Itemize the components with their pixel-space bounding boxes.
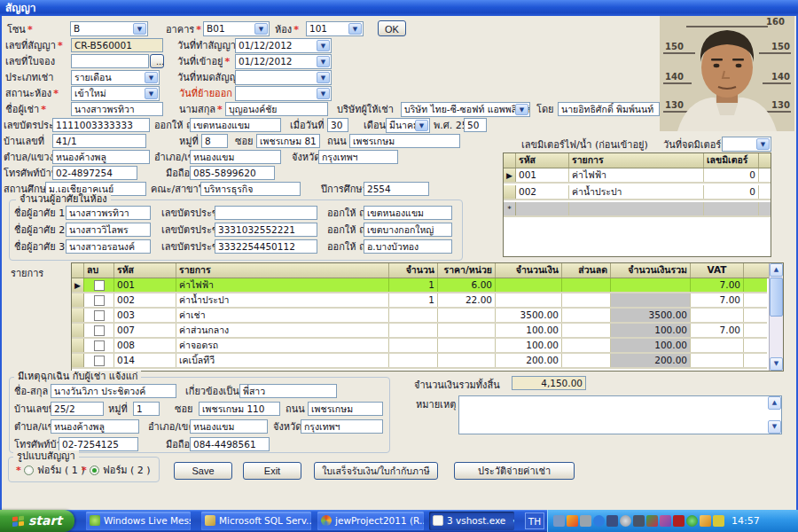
window-titlebar[interactable]: สัญญา (0, 0, 798, 16)
district-field[interactable]: หนองแขม (190, 150, 281, 164)
network-icon[interactable] (593, 515, 605, 527)
emergency-moo-field[interactable]: 1 (133, 402, 160, 416)
issued-at-field[interactable]: เขตหนองแขม (190, 118, 281, 132)
chevron-down-icon[interactable]: ▼ (415, 120, 428, 131)
academic-year-field[interactable]: 2554 (364, 182, 429, 196)
mobile-field[interactable]: 085-5899620 (190, 166, 275, 180)
issued-day-field[interactable]: 30 (327, 118, 348, 132)
printer-icon[interactable] (660, 515, 671, 527)
room-status-select[interactable]: เข้าใหม่▼ (71, 86, 160, 101)
faculty-field[interactable]: บริหารธุรกิจ (200, 182, 301, 196)
room-select[interactable]: 101▼ (306, 21, 364, 36)
scroll-down-icon[interactable]: ▼ (770, 357, 783, 371)
form1-radio[interactable] (24, 466, 34, 475)
delete-checkbox[interactable] (94, 295, 105, 306)
emergency-subdistrict-field[interactable]: หนองค้างพลู (51, 419, 139, 434)
chevron-down-icon[interactable]: ▼ (145, 72, 158, 83)
chevron-down-icon[interactable]: ▼ (348, 23, 362, 35)
remark-textarea[interactable] (458, 395, 782, 434)
chevron-down-icon[interactable]: ▼ (145, 88, 158, 99)
rent-history-button[interactable]: ประวัติจ่ายค่าเช่า (454, 462, 575, 480)
expire-date-picker[interactable]: ▼ (235, 70, 332, 85)
language-indicator[interactable]: TH (525, 512, 544, 529)
emergency-road-field[interactable]: เพชรเกษม (308, 402, 383, 416)
zone-select[interactable]: B▼ (70, 21, 148, 36)
lan-status-icon[interactable] (686, 515, 698, 527)
lessor-select[interactable]: บริษัท ไทย-ซี-ซอฟท์ แอพพลิเคชัน จำ▼ (401, 102, 530, 117)
lessor-by-field[interactable]: นายอิทธิศักดิ์ พิมพ์นนท์ (558, 102, 660, 116)
ok-button[interactable]: OK (378, 20, 406, 36)
occupant2-name-field[interactable]: นางสาววิไลพร (66, 223, 151, 237)
scrollbar-thumb[interactable] (770, 278, 783, 317)
delete-checkbox[interactable] (94, 310, 105, 321)
emergency-mobile-field[interactable]: 084-4498561 (190, 437, 270, 451)
update-folder-icon[interactable] (700, 515, 711, 527)
charge-row[interactable]: 008 ค่าจอดรถ 100.00 100.00 (72, 339, 767, 354)
emergency-soi-field[interactable]: เพชรเกษม 110 (199, 402, 280, 416)
emergency-phone-field[interactable]: 02-7254125 (59, 437, 138, 451)
idcard-field[interactable]: 1111003333333 (52, 118, 150, 132)
home-phone-field[interactable]: 02-4897254 (52, 166, 137, 180)
charge-row[interactable]: 014 เคเบิ้ลทีวี 200.00 200.00 (72, 354, 767, 369)
task-windows-live-messenger[interactable]: Windows Live Mess... (86, 512, 191, 530)
receipt-button[interactable]: ใบเสร็จรับเงิน/ใบกำกับภาษี (314, 462, 438, 480)
messenger-tray-icon[interactable] (553, 515, 565, 527)
save-button[interactable]: Save (174, 462, 232, 480)
chevron-down-icon[interactable]: ▼ (317, 40, 330, 51)
emergency-house-no-field[interactable]: 25/2 (51, 402, 104, 416)
occupant3-id-field[interactable]: 3332254450112 (215, 239, 317, 254)
charge-row[interactable]: 002 ค่าน้ำประปา 1 22.00 7.00 (72, 293, 767, 309)
occupant1-name-field[interactable]: นางสาวพรทิวา (66, 206, 151, 220)
delete-checkbox[interactable] (94, 340, 105, 351)
delete-checkbox[interactable] (94, 356, 105, 366)
moveout-date-picker[interactable]: ▼ (235, 86, 332, 101)
volume-mixer-icon[interactable] (620, 515, 631, 527)
occupant3-issued-field[interactable]: อ.บางบัวทอง (364, 239, 452, 254)
chevron-down-icon[interactable]: ▼ (133, 23, 146, 35)
remark-scroll-up-icon[interactable]: ▲ (768, 396, 781, 410)
booking-no-field[interactable] (71, 54, 149, 68)
alert-icon[interactable] (567, 515, 578, 527)
meter-date-picker[interactable]: ▼ (722, 137, 771, 152)
building-select[interactable]: B01▼ (203, 21, 270, 36)
charge-row[interactable]: 003 ค่าเช่า 3500.00 3500.00 (72, 309, 767, 324)
emergency-name-field[interactable]: นางวันวิภา ประชิตวงค์ (51, 384, 176, 398)
occupant2-issued-field[interactable]: เขตบางกอกใหญ่ (364, 223, 452, 237)
subdistrict-field[interactable]: หนองค้างพลู (52, 150, 150, 164)
rent-type-select[interactable]: รายเดือน▼ (71, 70, 160, 85)
speaker-icon[interactable] (673, 515, 685, 527)
antivirus-icon[interactable] (646, 515, 658, 527)
tools-icon[interactable] (713, 515, 724, 527)
movein-date-picker[interactable]: 01/12/2012▼ (235, 54, 332, 69)
chevron-down-icon[interactable]: ▼ (317, 72, 330, 83)
province-field[interactable]: กรุงเทพฯ (318, 150, 398, 164)
offline-user-icon[interactable] (580, 515, 591, 527)
booking-browse-button[interactable]: ... (150, 54, 164, 68)
chevron-down-icon[interactable]: ▼ (756, 138, 770, 150)
charge-row[interactable]: ▶ 001 ค่าไฟฟ้า 1 6.00 7.00 (72, 278, 767, 293)
scroll-up-icon[interactable]: ▲ (770, 263, 783, 277)
form2-radio[interactable] (90, 466, 99, 475)
start-button[interactable]: start (0, 510, 74, 532)
issued-month-select[interactable]: มีนาคม▼ (386, 118, 430, 133)
chevron-down-icon[interactable]: ▼ (254, 23, 268, 35)
contract-no-field[interactable]: CR-B560001 (71, 38, 163, 52)
tenant-lastname-field[interactable]: บุญอนงค์ชัย (225, 102, 328, 116)
occupant1-id-field[interactable] (215, 206, 317, 220)
occupant1-issued-field[interactable]: เขตหนองแขม (364, 206, 452, 220)
emergency-province-field[interactable]: กรุงเทพฯ (301, 419, 383, 434)
occupant2-id-field[interactable]: 3331032552221 (215, 223, 317, 237)
issued-year-field[interactable]: 50 (464, 118, 487, 132)
emergency-district-field[interactable]: หนองแขม (190, 419, 268, 434)
delete-checkbox[interactable] (94, 325, 105, 336)
delete-checkbox[interactable] (94, 280, 105, 291)
remark-scroll-down-icon[interactable]: ▼ (768, 420, 781, 434)
tenant-name-field[interactable]: นางสาวพรทิวา (71, 102, 163, 116)
task-vshost-group[interactable]: 3 vshost.exe ▼ (429, 512, 514, 530)
task-sql-server[interactable]: Microsoft SQL Serv... (201, 512, 311, 530)
meter-row[interactable]: 002 ค่าน้ำประปา 0 (504, 185, 771, 200)
charges-scrollbar[interactable]: ▲ ▼ (769, 263, 783, 371)
occupant3-name-field[interactable]: นางสาวอรอนงค์ (66, 239, 151, 254)
task-jewproject2011[interactable]: jewProject2011 (R... (317, 512, 424, 530)
moo-field[interactable]: 8 (201, 134, 228, 148)
